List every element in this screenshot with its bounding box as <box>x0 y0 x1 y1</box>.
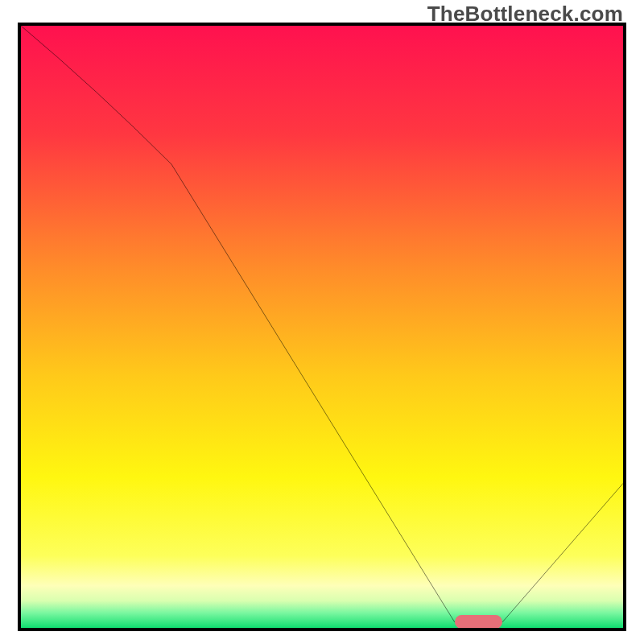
curve-layer <box>21 26 623 628</box>
optimal-range-marker <box>455 615 503 630</box>
plot-area <box>18 23 626 631</box>
chart-root: TheBottleneck.com <box>0 0 644 644</box>
bottleneck-curve <box>21 26 623 622</box>
